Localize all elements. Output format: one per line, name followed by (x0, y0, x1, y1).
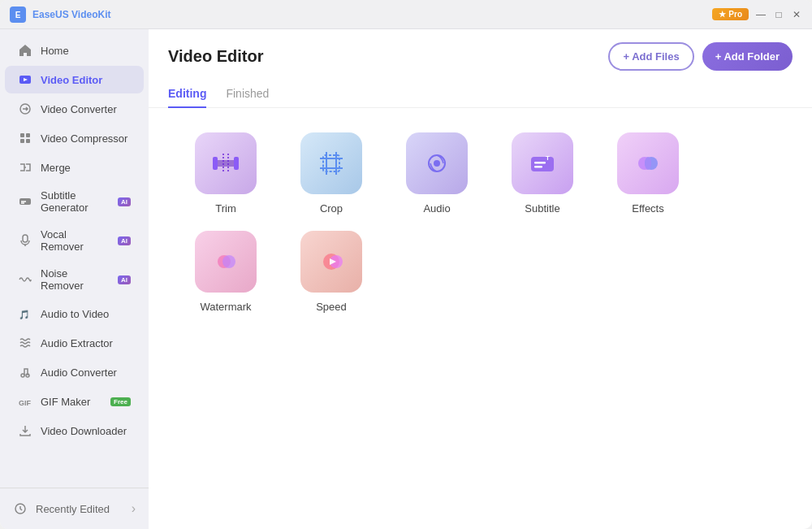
recently-edited-left: Recently Edited (13, 501, 110, 516)
sidebar-subtitle-label: Subtitle Generator (41, 189, 110, 214)
subtitle-label: Subtitle (525, 202, 559, 215)
speed-label: Speed (316, 301, 347, 313)
page-title: Video Editor (168, 47, 263, 66)
recently-edited-label: Recently Edited (36, 503, 110, 515)
sidebar-audio-extractor-label: Audio Extractor (41, 337, 131, 349)
recently-edited-chevron: › (132, 501, 136, 516)
sidebar-video-downloader-label: Video Downloader (41, 425, 131, 437)
video-compressor-icon (18, 131, 32, 145)
sidebar-audio-converter-label: Audio Converter (41, 366, 131, 379)
sidebar-item-audio-converter[interactable]: Audio Converter (5, 358, 144, 386)
maximize-button[interactable]: □ (773, 9, 784, 20)
crop-icon-wrapper (300, 132, 362, 194)
sidebar-item-audio-extractor[interactable]: Audio Extractor (5, 329, 144, 357)
svg-rect-7 (20, 139, 24, 143)
effects-icon-wrapper (617, 132, 679, 194)
svg-text:🎵: 🎵 (19, 309, 30, 320)
sidebar-audio-to-video-label: Audio to Video (41, 308, 131, 320)
svg-point-40 (222, 255, 235, 268)
recently-edited-item[interactable]: Recently Edited › (0, 495, 149, 522)
sidebar-item-audio-to-video[interactable]: 🎵 Audio to Video (5, 300, 144, 327)
tool-item-subtitle[interactable]: T Subtitle (498, 132, 587, 215)
effects-label: Effects (632, 202, 664, 215)
tool-item-effects[interactable]: Effects (603, 132, 693, 215)
sidebar-item-noise-remover[interactable]: Noise Remover AI (5, 261, 144, 298)
audio-to-video-icon: 🎵 (18, 306, 32, 321)
svg-rect-22 (234, 157, 239, 170)
add-files-button[interactable]: + Add Files (608, 42, 693, 71)
content-area: Video Editor + Add Files + Add Folder Ed… (149, 29, 812, 529)
tool-item-trim[interactable]: Trim (181, 132, 270, 215)
audio-label: Audio (423, 202, 450, 215)
tools-grid: Trim Crop (181, 132, 780, 313)
tool-item-audio[interactable]: Audio (392, 132, 482, 215)
sidebar-item-home[interactable]: Home (5, 37, 144, 64)
sidebar: Home Video Editor Video Converter Video … (0, 29, 149, 529)
app-title: EaseUS VideoKit (32, 9, 110, 20)
sidebar-noise-label: Noise Remover (41, 267, 110, 292)
svg-rect-21 (213, 157, 218, 170)
sidebar-home-label: Home (41, 45, 131, 57)
subtitle-icon-wrapper: T (512, 132, 573, 194)
noise-icon (18, 272, 32, 287)
sidebar-vocal-label: Vocal Remover (41, 228, 110, 253)
noise-ai-badge: AI (118, 275, 131, 284)
clock-icon (13, 501, 28, 516)
add-folder-button[interactable]: + Add Folder (702, 42, 793, 71)
sidebar-item-vocal-remover[interactable]: Vocal Remover AI (5, 222, 144, 259)
sidebar-item-merge[interactable]: Merge (5, 154, 144, 181)
minimize-button[interactable]: — (755, 9, 767, 20)
svg-rect-33 (534, 162, 546, 164)
tool-item-crop[interactable]: Crop (287, 132, 376, 215)
tabs-row: Editing Finished (149, 71, 812, 108)
subtitle-ai-badge: AI (118, 197, 131, 206)
svg-rect-34 (534, 166, 542, 168)
app-logo: E (10, 7, 26, 23)
subtitle-icon (18, 194, 32, 209)
sidebar-bottom: Recently Edited › (0, 488, 149, 522)
sidebar-item-subtitle-generator[interactable]: Subtitle Generator AI (5, 183, 144, 220)
crop-label: Crop (320, 202, 343, 215)
audio-icon-wrapper (406, 132, 468, 194)
tab-finished[interactable]: Finished (226, 80, 269, 108)
tab-editing[interactable]: Editing (168, 80, 206, 108)
sidebar-item-video-editor[interactable]: Video Editor (5, 66, 144, 93)
tools-grid-container: Trim Crop (149, 108, 812, 529)
svg-text:E: E (15, 11, 21, 20)
svg-rect-6 (26, 133, 30, 137)
watermark-label: Watermark (200, 301, 251, 313)
svg-text:GIF: GIF (19, 399, 32, 407)
sidebar-item-video-compressor[interactable]: Video Compressor (5, 124, 144, 152)
vocal-ai-badge: AI (118, 236, 131, 245)
svg-rect-32 (531, 157, 554, 171)
main-layout: Home Video Editor Video Converter Video … (0, 29, 812, 529)
vocal-icon (18, 233, 32, 248)
sidebar-gif-label: GIF Maker (41, 396, 102, 408)
title-bar: E EaseUS VideoKit ★ Pro — □ ✕ (0, 0, 812, 29)
close-button[interactable]: ✕ (791, 9, 802, 20)
sidebar-item-video-downloader[interactable]: Video Downloader (5, 417, 144, 444)
audio-extractor-icon (18, 336, 32, 350)
svg-rect-8 (26, 139, 30, 143)
tool-item-watermark[interactable]: Watermark (181, 231, 270, 313)
gif-free-badge: Free (110, 397, 131, 406)
content-header: Video Editor + Add Files + Add Folder (149, 29, 812, 71)
watermark-icon-wrapper (195, 231, 257, 293)
sidebar-video-converter-label: Video Converter (41, 103, 131, 115)
svg-rect-5 (20, 133, 24, 137)
trim-label: Trim (215, 202, 236, 215)
trim-icon-wrapper (195, 132, 257, 194)
app-window: E EaseUS VideoKit ★ Pro — □ ✕ Home (0, 0, 812, 529)
sidebar-item-video-converter[interactable]: Video Converter (5, 95, 144, 123)
sidebar-video-editor-label: Video Editor (41, 74, 131, 86)
tool-item-speed[interactable]: Speed (287, 231, 376, 313)
svg-point-38 (645, 157, 651, 170)
video-converter-icon (18, 102, 32, 116)
svg-point-31 (434, 160, 440, 167)
download-icon (18, 423, 32, 438)
gif-icon: GIF (18, 394, 32, 409)
title-bar-left: E EaseUS VideoKit (10, 7, 110, 23)
svg-text:T: T (546, 154, 550, 162)
audio-converter-icon (18, 365, 32, 379)
sidebar-item-gif-maker[interactable]: GIF GIF Maker Free (5, 388, 144, 415)
